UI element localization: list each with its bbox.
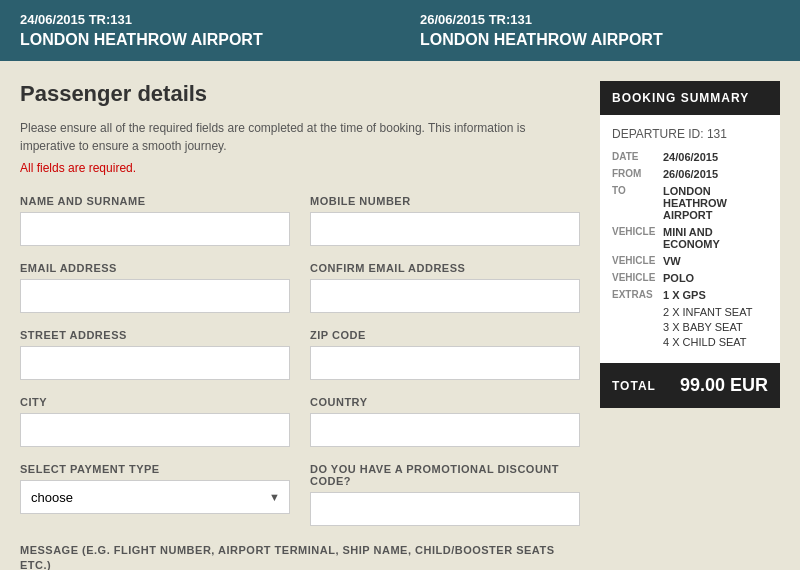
from-label: FROM xyxy=(612,168,657,180)
vehicle3-value: POLO xyxy=(663,272,694,284)
vehicle1-label: VEHICLE xyxy=(612,226,657,250)
name-input[interactable] xyxy=(20,212,290,246)
city-group: CITY xyxy=(20,396,290,447)
departure-id-value: 131 xyxy=(707,127,727,141)
zip-group: ZIP CODE xyxy=(310,329,580,380)
notice-text: Please ensure all of the required fields… xyxy=(20,119,580,155)
total-label: TOTAL xyxy=(612,379,656,393)
date-value: 24/06/2015 xyxy=(663,151,718,163)
confirm-email-input[interactable] xyxy=(310,279,580,313)
city-label: CITY xyxy=(20,396,290,408)
zip-label: ZIP CODE xyxy=(310,329,580,341)
email-input[interactable] xyxy=(20,279,290,313)
page-title: Passenger details xyxy=(20,81,580,107)
discount-group: DO YOU HAVE A PROMOTIONAL DISCOUNT CODE? xyxy=(310,463,580,526)
summary-extras-row: EXTRAS 1 X GPS xyxy=(612,289,768,301)
summary-to-row: TO LONDON HEATHROW AIRPORT xyxy=(612,185,768,221)
passenger-form: Passenger details Please ensure all of t… xyxy=(20,81,580,570)
vehicle1-value: MINI AND ECONOMY xyxy=(663,226,768,250)
trip2-section: 26/06/2015 TR:131 LONDON HEATHROW AIRPOR… xyxy=(420,12,780,49)
confirm-email-group: CONFIRM EMAIL ADDRESS xyxy=(310,262,580,313)
city-country-row: CITY COUNTRY xyxy=(20,396,580,447)
name-mobile-row: NAME AND SURNAME MOBILE NUMBER xyxy=(20,195,580,246)
vehicle3-label: VEHICLE xyxy=(612,272,657,284)
summary-date-row: DATE 24/06/2015 xyxy=(612,151,768,163)
name-label: NAME AND SURNAME xyxy=(20,195,290,207)
message-group: MESSAGE (E.g. flight number, airport ter… xyxy=(20,542,580,570)
departure-label: DEPARTURE ID: xyxy=(612,127,704,141)
city-input[interactable] xyxy=(20,413,290,447)
extras-label: EXTRAS xyxy=(612,289,657,301)
trip1-id: 24/06/2015 TR:131 xyxy=(20,12,380,27)
main-content: Passenger details Please ensure all of t… xyxy=(0,61,800,570)
trip1-section: 24/06/2015 TR:131 LONDON HEATHROW AIRPOR… xyxy=(20,12,380,49)
confirm-email-label: CONFIRM EMAIL ADDRESS xyxy=(310,262,580,274)
email-label: EMAIL ADDRESS xyxy=(20,262,290,274)
street-group: STREET ADDRESS xyxy=(20,329,290,380)
extra-item-3: 4 X CHILD SEAT xyxy=(663,336,768,348)
total-amount: 99.00 EUR xyxy=(680,375,768,396)
email-row: EMAIL ADDRESS CONFIRM EMAIL ADDRESS xyxy=(20,262,580,313)
trip2-id: 26/06/2015 TR:131 xyxy=(420,12,780,27)
trip2-airport: LONDON HEATHROW AIRPORT xyxy=(420,31,780,49)
country-label: COUNTRY xyxy=(310,396,580,408)
payment-discount-row: SELECT PAYMENT TYPE choose ▼ DO YOU HAVE… xyxy=(20,463,580,526)
payment-group: SELECT PAYMENT TYPE choose ▼ xyxy=(20,463,290,526)
summary-vehicle3-row: VEHICLE POLO xyxy=(612,272,768,284)
payment-label: SELECT PAYMENT TYPE xyxy=(20,463,290,475)
mobile-label: MOBILE NUMBER xyxy=(310,195,580,207)
summary-from-row: FROM 26/06/2015 xyxy=(612,168,768,180)
zip-input[interactable] xyxy=(310,346,580,380)
summary-total: TOTAL 99.00 EUR xyxy=(600,363,780,408)
vehicle2-label: VEHICLE xyxy=(612,255,657,267)
payment-select-wrapper: choose ▼ xyxy=(20,480,290,514)
summary-vehicle2-row: VEHICLE VW xyxy=(612,255,768,267)
street-label: STREET ADDRESS xyxy=(20,329,290,341)
departure-id-row: DEPARTURE ID: 131 xyxy=(612,127,768,141)
required-note: All fields are required. xyxy=(20,161,580,175)
email-group: EMAIL ADDRESS xyxy=(20,262,290,313)
extra-item-2: 3 X BABY SEAT xyxy=(663,321,768,333)
vehicle2-value: VW xyxy=(663,255,681,267)
discount-label: DO YOU HAVE A PROMOTIONAL DISCOUNT CODE? xyxy=(310,463,580,487)
extra-item-1: 2 X INFANT SEAT xyxy=(663,306,768,318)
extras-value: 1 X GPS xyxy=(663,289,706,301)
from-value: 26/06/2015 xyxy=(663,168,718,180)
name-group: NAME AND SURNAME xyxy=(20,195,290,246)
summary-body: DEPARTURE ID: 131 DATE 24/06/2015 FROM 2… xyxy=(600,115,780,363)
mobile-group: MOBILE NUMBER xyxy=(310,195,580,246)
country-input[interactable] xyxy=(310,413,580,447)
payment-select[interactable]: choose xyxy=(20,480,290,514)
street-zip-row: STREET ADDRESS ZIP CODE xyxy=(20,329,580,380)
header: 24/06/2015 TR:131 LONDON HEATHROW AIRPOR… xyxy=(0,0,800,61)
country-group: COUNTRY xyxy=(310,396,580,447)
mobile-input[interactable] xyxy=(310,212,580,246)
extras-list: 2 X INFANT SEAT 3 X BABY SEAT 4 X CHILD … xyxy=(663,306,768,348)
trip1-airport: LONDON HEATHROW AIRPORT xyxy=(20,31,380,49)
summary-header: BOOKING SUMMARY xyxy=(600,81,780,115)
message-label: MESSAGE (E.g. flight number, airport ter… xyxy=(20,544,555,570)
booking-summary: BOOKING SUMMARY DEPARTURE ID: 131 DATE 2… xyxy=(600,81,780,570)
to-label: TO xyxy=(612,185,657,221)
to-value: LONDON HEATHROW AIRPORT xyxy=(663,185,768,221)
street-input[interactable] xyxy=(20,346,290,380)
discount-input[interactable] xyxy=(310,492,580,526)
date-label: DATE xyxy=(612,151,657,163)
summary-vehicle1-row: VEHICLE MINI AND ECONOMY xyxy=(612,226,768,250)
